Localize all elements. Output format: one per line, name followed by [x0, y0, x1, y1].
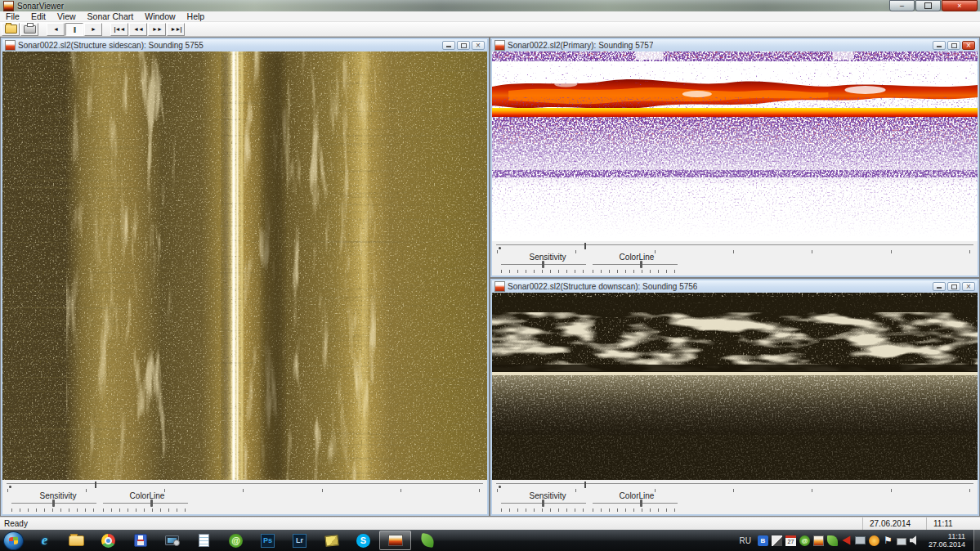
taskbar-internet-explorer[interactable]: e [29, 531, 60, 550]
taskbar-windows-explorer[interactable] [60, 531, 92, 550]
trackbar-marker [499, 486, 501, 488]
taskbar-notepad[interactable] [188, 531, 220, 550]
open-button[interactable] [2, 23, 20, 36]
taskbar-evernote[interactable] [411, 531, 443, 550]
taskbar-sonarviewer[interactable] [379, 531, 411, 550]
menu-sonar-chart[interactable]: Sonar Chart [82, 11, 140, 21]
picture-viewer-icon[interactable] [813, 535, 824, 546]
internet-explorer-icon: e [42, 532, 48, 549]
sensitivity-slider-thumb[interactable] [542, 499, 544, 507]
calendar-icon[interactable]: 27 [785, 535, 796, 546]
bluetooth-icon[interactable]: B [758, 535, 768, 546]
sensitivity-slider-thumb[interactable] [542, 261, 544, 268]
skip-backward-button[interactable]: ◄◄ [129, 23, 147, 36]
trackbar-marker [9, 486, 11, 488]
sidescan-controls: Sensitivity ColorLine [2, 480, 487, 514]
skip-forward-button[interactable]: ►► [148, 23, 166, 36]
menu-edit[interactable]: Edit [25, 11, 51, 21]
play-backward-button[interactable]: ◄ [47, 23, 65, 36]
sonar-document-icon [494, 40, 505, 51]
updater-icon[interactable] [869, 535, 879, 546]
maximize-button[interactable] [947, 282, 960, 291]
position-trackbar[interactable] [496, 243, 973, 253]
play-forward-button[interactable]: ► [84, 23, 102, 36]
menu-file[interactable]: File [0, 11, 25, 21]
close-button[interactable] [962, 41, 975, 50]
taskbar-skype[interactable]: S [347, 531, 379, 550]
taskbar-chrome[interactable] [92, 531, 124, 550]
downscan-titlebar[interactable]: Sonar0022.sl2(Structure downscan): Sound… [492, 280, 978, 293]
menu-help[interactable]: Help [181, 11, 211, 21]
downloader-icon[interactable] [841, 535, 852, 546]
position-trackbar[interactable] [7, 482, 483, 492]
sidescan-titlebar[interactable]: Sonar0022.sl2(Structure sidescan): Sound… [2, 39, 487, 52]
print-button[interactable] [20, 23, 38, 36]
minimize-button[interactable] [933, 282, 946, 291]
language-indicator[interactable]: RU [736, 536, 754, 545]
taskbar-mailru-agent[interactable]: @ [220, 531, 252, 550]
primary-titlebar[interactable]: Sonar0022.sl2(Primary): Sounding 5757 [492, 39, 978, 52]
sensitivity-slider-thumb[interactable] [52, 499, 55, 507]
downscan-controls: Sensitivity ColorLine [492, 480, 978, 514]
leaf-app-icon[interactable] [827, 535, 838, 546]
trackbar-thumb[interactable] [584, 482, 586, 488]
mailru-agent-icon[interactable]: @ [799, 535, 810, 546]
status-message: Ready [0, 519, 28, 528]
trackbar-thumb[interactable] [584, 243, 586, 249]
sidescan-sonar-image[interactable] [2, 52, 487, 480]
sonar-document-icon [5, 40, 16, 51]
close-button[interactable] [472, 41, 485, 50]
sensitivity-label: Sensitivity [39, 491, 76, 500]
window-controls: – × [888, 0, 980, 11]
notepad-icon [199, 534, 209, 547]
taskbar-clock[interactable]: 11:11 27.06.2014 [924, 532, 970, 549]
position-trackbar[interactable] [496, 482, 973, 492]
colorline-slider[interactable] [593, 503, 678, 504]
window-titlebar[interactable]: SonarViewer – × [0, 0, 980, 11]
trackbar-thumb[interactable] [95, 482, 96, 488]
taskbar-save-tool[interactable] [124, 531, 156, 550]
close-button[interactable] [962, 282, 975, 291]
close-button[interactable]: × [942, 0, 978, 11]
menu-view[interactable]: View [51, 11, 82, 21]
taskbar-lightroom[interactable]: Lr [284, 531, 315, 550]
colorline-slider-ticks [103, 508, 190, 512]
maximize-button[interactable] [947, 41, 960, 50]
colorline-slider[interactable] [593, 264, 678, 265]
action-center-flag-icon[interactable]: ⚑ [883, 535, 893, 546]
minimize-button[interactable]: – [889, 0, 915, 11]
colorline-slider-thumb[interactable] [150, 499, 153, 507]
minimize-button[interactable] [442, 41, 455, 50]
taskbar-apps: e @ Ps Lr S [29, 530, 443, 551]
colorline-slider[interactable] [103, 503, 188, 504]
maximize-button[interactable] [457, 41, 470, 50]
slider-row: Sensitivity ColorLine [7, 492, 483, 513]
pause-button[interactable]: || [65, 23, 83, 36]
primary-sonar-image[interactable] [492, 52, 978, 241]
colorline-slider-thumb[interactable] [640, 261, 642, 268]
printer-icon [24, 25, 36, 34]
notes-icon[interactable] [772, 535, 782, 546]
display-settings-icon[interactable] [855, 536, 866, 544]
menu-window[interactable]: Window [139, 11, 181, 21]
show-desktop-button[interactable] [973, 530, 980, 551]
volume-icon[interactable] [910, 535, 920, 546]
colorline-slider-thumb[interactable] [640, 499, 642, 507]
taskbar-photoshop[interactable]: Ps [252, 531, 284, 550]
sidescan-panel: Sonar0022.sl2(Structure sidescan): Sound… [1, 38, 489, 516]
status-date: 27.06.2014 [862, 517, 926, 530]
taskbar-computer-devices[interactable] [156, 531, 188, 550]
system-tray: RU B 27 @ ⚑ 11:11 27.06.2014 [736, 530, 980, 551]
skip-to-end-button[interactable]: ►►| [167, 23, 185, 36]
lightroom-icon: Lr [293, 534, 307, 548]
start-button[interactable] [3, 531, 24, 550]
minimize-button[interactable] [933, 41, 946, 50]
restore-button[interactable] [915, 0, 941, 11]
downscan-sonar-image[interactable] [492, 293, 978, 480]
sensitivity-slider-ticks [11, 508, 98, 512]
primary-controls: Sensitivity ColorLine [492, 241, 978, 276]
taskbar-maps[interactable] [315, 531, 347, 550]
network-icon[interactable] [897, 538, 906, 545]
floppy-disk-icon [134, 534, 147, 547]
skip-to-start-button[interactable]: |◄◄ [110, 23, 128, 36]
